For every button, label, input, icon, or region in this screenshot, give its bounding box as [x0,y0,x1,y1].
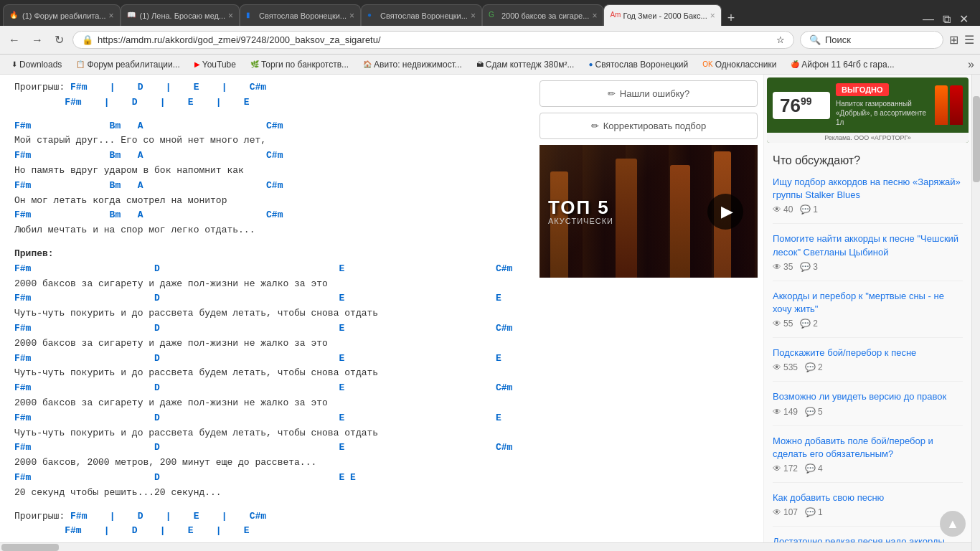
chorus-chords-3: F#m D E C#m [14,321,519,336]
tab-2000[interactable]: G 2000 баксов за сигаре... × [482,4,603,26]
chorus-lyric-8: 20 секунд чтобы решить...20 секунд... [14,486,519,501]
tab-svyat2[interactable]: ● Святослав Воронецки... × [361,4,482,26]
discussion-item-4: Подскажите бой/перебор к песне 👁 535 💬 2 [773,347,963,382]
url-text: https://amdm.ru/akkordi/god_zmei/97248/2… [98,34,772,45]
bookmark-iphone[interactable]: 🍎 Айфон 11 64гб с гара... [785,58,900,71]
new-tab-button[interactable]: + [722,11,741,26]
bookmark-svyat[interactable]: ● Святослав Воронецкий [583,58,694,71]
bookmark-cottage[interactable]: 🏔 Сдам коттедж 380м²... [471,58,580,71]
discussion-comments-1: 💬 1 [800,204,818,215]
bookmark-torgi[interactable]: 🌿 Торги по банкротств... [245,58,354,71]
tab-close-btn[interactable]: × [471,11,476,21]
ad-product-text: Напиток газированный «Добрый», в ассорти… [836,99,929,127]
bookmarks-bar: ⬇ Downloads 📋 Форум реабилитации... ▶ Yo… [0,55,980,75]
main-content: Проигрыш: F#m | D | E | C#m F#m | D | E … [0,75,534,551]
bookmark-downloads[interactable]: ⬇ Downloads [6,58,67,71]
chorus-lyric-4: Чуть-чуть покурить и до рассвета будем л… [14,366,519,381]
svyat-favicon: ● [588,60,593,68]
chorus-chords-8: F#m D E E [14,471,519,486]
downloads-icon: ⬇ [11,60,17,68]
discussion-link-4[interactable]: Подскажите бой/перебор к песне [773,347,963,359]
h-scrollbar-thumb[interactable] [1,544,59,551]
bookmark-avito[interactable]: 🏠 Авито: недвижимост... [357,58,468,71]
pencil-icon: ✏ [608,88,616,99]
chevron-up-icon: ▲ [946,517,959,532]
ad-bottles [935,85,963,125]
outro-label: Проигрыш: [14,511,65,522]
discussion-comments-7: 💬 1 [805,507,823,517]
chorus-chords-2: F#m D E E [14,291,519,306]
tab-favicon: ● [367,11,377,21]
discussion-link-3[interactable]: Аккорды и перебор к "мертвые сны - не хо… [773,290,963,316]
tab-forum[interactable]: 🔥 (1) Форум реабилита... × [3,4,121,26]
verse-lyric-4: Любил мечтать и на спор мог легко отдать… [14,223,519,238]
discussion-link-5[interactable]: Возможно ли увидеть версию до правок [773,390,963,403]
correct-button[interactable]: ✏ Корректировать подбор [540,113,758,139]
tab-svyat1[interactable]: ▮ Святослав Воронецки... × [240,4,361,26]
bookmark-youtube[interactable]: ▶ YouTube [189,58,242,71]
bookmark-forum[interactable]: 📋 Форум реабилитации... [70,58,185,71]
tab-close-btn[interactable]: × [109,11,114,21]
verse-lyric-3: Он мог летать когда смотрел на монитор [14,194,519,209]
refresh-button[interactable]: ↻ [52,30,67,50]
discussion-link-6[interactable]: Можно добавить поле бой/перебор и сделат… [773,435,963,461]
close-window-icon[interactable]: ✕ [959,12,969,26]
discussion-item-1: Ищу подбор аккордов на песню «Заряжай» г… [773,176,963,224]
search-bar[interactable]: 🔍 Поиск [800,31,943,49]
tab-close-btn[interactable]: × [592,11,597,21]
play-button[interactable]: ▶ [707,194,743,230]
tab-label: (1) Форум реабилита... [22,11,106,20]
tab-bar: 🔥 (1) Форум реабилита... × 📖 (1) Лена. Б… [0,0,980,26]
forward-button[interactable]: → [29,31,46,50]
chorus-lyric-7: 2000 баксов, 2000 метров, 200 минут еще … [14,456,519,471]
bookmark-ok[interactable]: OK Одноклассники [697,58,782,71]
discussions-title: Что обсуждают? [773,154,963,167]
discussion-link-1[interactable]: Ищу подбор аккордов на песню «Заряжай» г… [773,176,963,202]
discussion-item-7: Как добавить свою песню 👁 107 💬 1 [773,491,963,527]
discussion-views-7: 👁 107 [773,507,798,517]
chorus-lyric-5: 2000 баксов за сигарету и даже пол-жизни… [14,396,519,411]
minimize-icon[interactable]: — [923,13,934,26]
intro-label: Проигрыш: [14,82,65,93]
scrollbar-thumb[interactable] [973,96,980,182]
video-thumbnail[interactable]: ТОП 5 АКУСТИЧЕСКИ ▶ [540,145,758,278]
scroll-to-top-button[interactable]: ▲ [940,511,966,537]
bookmark-label: Торги по банкротств... [261,60,349,70]
discussions-section: Что обсуждают? Ищу подбор аккордов на пе… [767,149,969,551]
horizontal-scrollbar[interactable] [0,542,971,551]
bookmark-label: YouTube [202,60,236,70]
restore-icon[interactable]: ⧉ [943,13,951,26]
bookmark-label: Downloads [19,60,62,70]
tab-label: (1) Лена. Бросаю мед... [140,11,226,20]
menu-icon[interactable]: ☰ [964,33,974,47]
discussion-link-2[interactable]: Помогите найти аккорды к песне "Чешский … [773,232,963,258]
tab-close-btn[interactable]: × [349,11,354,21]
tab-lena[interactable]: 📖 (1) Лена. Бросаю мед... × [121,4,240,26]
correct-button-label: Корректировать подбор [603,121,707,131]
middle-column: ✏ Нашли ошибку? ✏ Корректировать подбор … [534,75,763,551]
bookmarks-more-icon[interactable]: » [968,58,974,71]
chorus-lyric-3: 2000 баксов за сигарету и даже пол-жизни… [14,336,519,352]
youtube-icon: ▶ [194,60,200,68]
iphone-favicon: 🍎 [791,60,799,68]
vertical-scrollbar[interactable] [971,75,980,551]
bookmark-label: Форум реабилитации... [87,60,179,70]
tab-window-controls: — ⧉ ✕ [914,12,977,26]
tab-label: Год Змеи - 2000 Бакс... [623,11,707,20]
ad-badge: ВЫГОДНО [836,83,889,96]
back-button[interactable]: ← [6,31,23,50]
discussion-views-4: 👁 535 [773,362,798,372]
address-bar[interactable]: 🔒 https://amdm.ru/akkordi/god_zmei/97248… [72,31,794,49]
tab-active[interactable]: Am Год Змеи - 2000 Бакс... × [603,4,721,26]
discussion-link-7[interactable]: Как добавить свою песню [773,491,963,504]
tab-favicon: ▮ [246,11,256,21]
tab-close-btn[interactable]: × [710,11,715,21]
tab-label: 2000 баксов за сигаре... [501,11,589,20]
tab-close-btn[interactable]: × [228,11,233,21]
bookmark-star-icon[interactable]: ☆ [776,34,785,45]
error-button[interactable]: ✏ Нашли ошибку? [540,80,758,107]
chorus-lyric-1: 2000 баксов за сигарету и даже пол-жизни… [14,277,519,292]
discussion-comments-2: 💬 3 [800,262,818,272]
extensions-icon[interactable]: ⊞ [949,33,958,47]
bookmark-label: Святослав Воронецкий [595,60,688,70]
